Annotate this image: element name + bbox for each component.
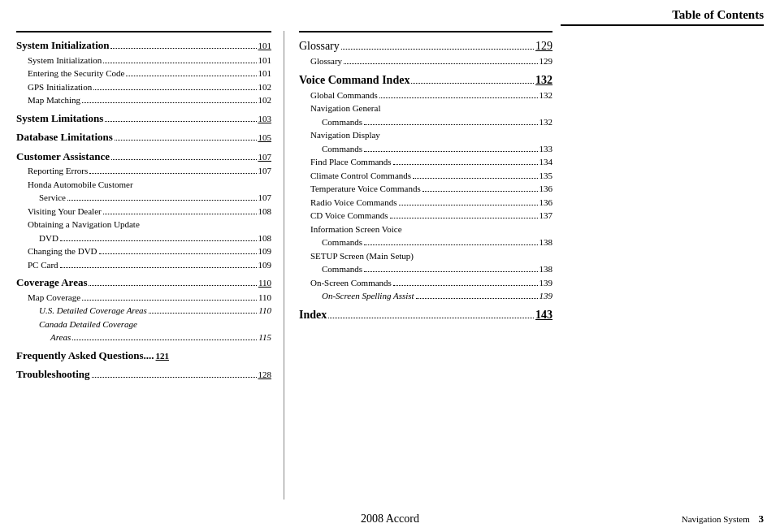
dl xyxy=(328,318,534,318)
dl xyxy=(344,63,537,64)
entry-vc-cd: CD Voice Commands 137 xyxy=(299,209,552,223)
entry-vc-spelling: On-Screen Spelling Assist 139 xyxy=(299,289,552,303)
heading-voice-cmd: Voice Command Index 132 xyxy=(299,71,552,89)
entry-cust4a: Obtaining a Navigation Update xyxy=(16,218,271,231)
entry-vc-temp: Temperature Voice Commands 136 xyxy=(299,182,552,196)
entry-vc1: Global Commands 132 xyxy=(299,89,552,102)
footer-nav-label: Navigation System xyxy=(682,514,750,524)
dl xyxy=(413,178,537,179)
left-column: System Initialization 101 System Initial… xyxy=(16,31,284,500)
dl xyxy=(103,214,257,214)
section-sys-lim: System Limitations 103 xyxy=(16,110,271,127)
dl xyxy=(103,63,256,63)
dl xyxy=(364,151,537,152)
heading-sys-lim: System Limitations 103 xyxy=(16,110,271,127)
dl xyxy=(364,124,537,125)
dl xyxy=(379,97,538,98)
entry-cust2b: Service 107 xyxy=(16,191,271,205)
section-troubleshoot: Troubleshooting 128 xyxy=(16,366,271,383)
section-customer: Customer Assistance 107 Reporting Errors… xyxy=(16,149,271,272)
heading-system-init: System Initialization 101 xyxy=(16,37,271,54)
dl xyxy=(341,49,534,50)
heading-customer: Customer Assistance 107 xyxy=(16,149,271,165)
section-glossary: Glossary 129 Glossary 129 xyxy=(299,37,552,68)
entry-cov1: Map Coverage 110 xyxy=(16,291,271,305)
entry-vc2a: Navigation General xyxy=(299,102,552,115)
footer: 2008 Accord xyxy=(0,513,780,526)
dl xyxy=(60,240,257,241)
page-container: Table of Contents System Initialization … xyxy=(0,0,780,532)
section-faq: Frequently Asked Questions.... 121 xyxy=(16,348,271,364)
dl xyxy=(416,298,538,299)
entry-vc-climate: Climate Control Commands 135 xyxy=(299,169,552,183)
section-index: Index 143 xyxy=(299,306,552,323)
dl xyxy=(82,102,256,103)
dl xyxy=(99,253,257,254)
dl xyxy=(126,76,256,76)
dl xyxy=(89,285,256,286)
dl xyxy=(89,173,256,174)
entry-cov3b: Areas 115 xyxy=(16,331,271,344)
dl xyxy=(82,300,257,301)
dl xyxy=(105,121,256,122)
dl xyxy=(111,159,257,160)
dl xyxy=(390,218,538,218)
footer-right: Navigation System 3 xyxy=(682,513,764,526)
entry-cust3: Visiting Your Dealer 108 xyxy=(16,205,271,218)
entry-cov3a: Canada Detailed Coverage xyxy=(16,318,271,331)
entry-cust2a: Honda Automobile Customer xyxy=(16,178,271,192)
entry-gloss1: Glossary 129 xyxy=(299,54,552,68)
entry-vc-onscreen: On-Screen Commands 139 xyxy=(299,276,552,290)
section-system-init: System Initialization 101 System Initial… xyxy=(16,37,271,107)
page-title: Table of Contents xyxy=(561,8,764,26)
entry-vc-setup-b: Commands 138 xyxy=(299,262,552,276)
dl xyxy=(364,271,537,272)
entry-sysinit2: Entering the Security Code 101 xyxy=(16,67,271,80)
section-coverage: Coverage Areas 110 Map Coverage 110 U.S.… xyxy=(16,275,271,344)
top-rule xyxy=(16,31,271,32)
dl xyxy=(393,285,538,286)
entry-sysinit4: Map Matching 102 xyxy=(16,93,271,107)
section-voice-cmd: Voice Command Index 132 Global Commands … xyxy=(299,71,552,303)
dl xyxy=(115,140,257,141)
dl xyxy=(67,200,257,201)
entry-cust4b: DVD 108 xyxy=(16,231,271,245)
entry-vc-info-b: Commands 138 xyxy=(299,236,552,249)
entry-vc2b: Commands 132 xyxy=(299,115,552,129)
right-column: Glossary 129 Glossary 129 Voice Command … xyxy=(284,31,552,500)
entry-vc3b: Commands 133 xyxy=(299,142,552,156)
dl xyxy=(92,377,257,378)
heading-page: 101 xyxy=(258,39,272,53)
entry-cust5: Changing the DVD 109 xyxy=(16,244,271,258)
dl xyxy=(72,340,257,340)
section-db-lim: Database Limitations 105 xyxy=(16,129,271,145)
heading-glossary: Glossary 129 xyxy=(299,37,552,54)
entry-cust1: Reporting Errors 107 xyxy=(16,164,271,178)
dl xyxy=(60,267,257,268)
content-area: System Initialization 101 System Initial… xyxy=(16,31,764,500)
heading-label: System Initialization xyxy=(16,37,109,54)
entry-vc3a: Navigation Display xyxy=(299,128,552,142)
dot-leader xyxy=(110,48,256,49)
dl xyxy=(93,89,256,90)
dl xyxy=(393,164,538,165)
entry-vc-radio: Radio Voice Commands 136 xyxy=(299,196,552,210)
entry-vc-info-a: Information Screen Voice xyxy=(299,223,552,236)
entry-vc-setup-a: SETUP Screen (Main Setup) xyxy=(299,249,552,263)
entry-cust6: PC Card 109 xyxy=(16,258,271,272)
dl xyxy=(364,244,537,245)
heading-index: Index 143 xyxy=(299,306,552,323)
heading-faq: Frequently Asked Questions.... 121 xyxy=(16,348,271,364)
top-rule-right xyxy=(299,31,552,32)
entry-sysinit1: System Initialization 101 xyxy=(16,54,271,67)
entry-vc-findplace: Find Place Commands 134 xyxy=(299,155,552,169)
footer-center-text: 2008 Accord xyxy=(361,513,419,526)
heading-db-lim: Database Limitations 105 xyxy=(16,129,271,145)
entry-sysinit3: GPS Initialization 102 xyxy=(16,80,271,94)
dl xyxy=(399,205,538,205)
heading-troubleshoot: Troubleshooting 128 xyxy=(16,366,271,383)
dl xyxy=(411,83,534,84)
footer-page-number: 3 xyxy=(759,513,765,525)
dl xyxy=(422,191,538,192)
dl xyxy=(149,313,257,314)
